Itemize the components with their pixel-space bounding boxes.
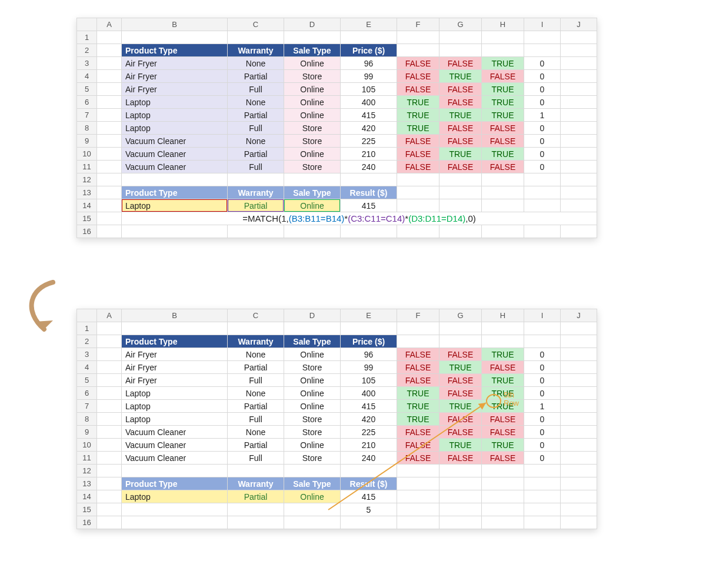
cell-warranty-3[interactable]: None — [228, 348, 284, 361]
cell-C1[interactable] — [228, 322, 284, 335]
cell-G13[interactable] — [439, 186, 482, 199]
cell-H-11[interactable]: FALSE — [482, 452, 524, 465]
cell-product-10[interactable]: Vacuum Cleaner — [122, 439, 228, 452]
cell-J4[interactable] — [561, 70, 597, 83]
cell-F1[interactable] — [397, 322, 439, 335]
row-header-12[interactable]: 12 — [77, 465, 97, 477]
cell-J12[interactable] — [561, 465, 597, 477]
spreadsheet-top[interactable]: ABCDEFGHIJ12Product TypeWarrantySale Typ… — [76, 18, 597, 238]
column-header-E[interactable]: E — [341, 18, 397, 31]
cell-A9[interactable] — [97, 135, 122, 148]
header-product[interactable]: Product Type — [122, 335, 228, 348]
cell-G-10[interactable]: TRUE — [439, 439, 482, 452]
cell-H-5[interactable]: TRUE — [482, 83, 524, 96]
cell-C15[interactable] — [228, 503, 284, 516]
cell-J15[interactable] — [561, 503, 597, 516]
column-header-D[interactable]: D — [284, 18, 341, 31]
cell-J13[interactable] — [561, 186, 597, 199]
cell-H-5[interactable]: TRUE — [482, 374, 524, 387]
cell-G-9[interactable]: FALSE — [439, 135, 482, 148]
cell-H13[interactable] — [482, 186, 524, 199]
cell-B1[interactable] — [122, 322, 228, 335]
cell-product-4[interactable]: Air Fryer — [122, 70, 228, 83]
cell-G16[interactable] — [439, 225, 482, 238]
criteria-warranty[interactable]: Partial — [228, 490, 284, 503]
cell-A11[interactable] — [97, 452, 122, 465]
cell-H1[interactable] — [482, 322, 524, 335]
cell-I-7[interactable]: 1 — [524, 400, 561, 413]
cell-I14[interactable] — [524, 490, 561, 503]
cell-J8[interactable] — [561, 122, 597, 135]
column-header-F[interactable]: F — [397, 18, 439, 31]
cell-J14[interactable] — [561, 199, 597, 212]
cell-product-5[interactable]: Air Fryer — [122, 83, 228, 96]
row-header-10[interactable]: 10 — [77, 148, 97, 161]
cell-G-11[interactable]: FALSE — [439, 452, 482, 465]
cell-F-11[interactable]: FALSE — [397, 161, 439, 173]
cell-A1[interactable] — [97, 31, 122, 44]
cell-I16[interactable] — [524, 516, 561, 529]
header-price[interactable]: Price ($) — [341, 44, 397, 57]
row-header-11[interactable]: 11 — [77, 161, 97, 173]
cell-H-10[interactable]: TRUE — [482, 148, 524, 161]
row-header-14[interactable]: 14 — [77, 199, 97, 212]
cell-F1[interactable] — [397, 31, 439, 44]
cell-J2[interactable] — [561, 335, 597, 348]
row-header-9[interactable]: 9 — [77, 426, 97, 439]
cell-B16[interactable] — [122, 225, 228, 238]
cell-I-6[interactable]: 0 — [524, 96, 561, 109]
cell-product-11[interactable]: Vacuum Cleaner — [122, 161, 228, 173]
cell-F-3[interactable]: FALSE — [397, 57, 439, 70]
cell-sale-9[interactable]: Store — [284, 426, 341, 439]
row-header-5[interactable]: 5 — [77, 83, 97, 96]
cell-price-9[interactable]: 225 — [341, 135, 397, 148]
cell-product-4[interactable]: Air Fryer — [122, 361, 228, 374]
header-warranty[interactable]: Warranty — [228, 335, 284, 348]
cell-sale-3[interactable]: Online — [284, 57, 341, 70]
cell-F-5[interactable]: FALSE — [397, 83, 439, 96]
row-header-1[interactable]: 1 — [77, 322, 97, 335]
cell-G-7[interactable]: TRUE — [439, 109, 482, 122]
cell-warranty-10[interactable]: Partial — [228, 439, 284, 452]
cell-F-11[interactable]: FALSE — [397, 452, 439, 465]
cell-price-9[interactable]: 225 — [341, 426, 397, 439]
cell-I13[interactable] — [524, 477, 561, 490]
cell-J10[interactable] — [561, 148, 597, 161]
cell-F2[interactable] — [397, 335, 439, 348]
cell-A6[interactable] — [97, 96, 122, 109]
result-cell[interactable]: 5 — [341, 503, 397, 516]
cell-product-8[interactable]: Laptop — [122, 413, 228, 426]
cell-C12[interactable] — [228, 173, 284, 186]
cell-product-6[interactable]: Laptop — [122, 387, 228, 400]
cell-A5[interactable] — [97, 374, 122, 387]
cell-A3[interactable] — [97, 57, 122, 70]
cell-G12[interactable] — [439, 173, 482, 186]
cell-I-7[interactable]: 1 — [524, 109, 561, 122]
cell-H-4[interactable]: FALSE — [482, 361, 524, 374]
cell-F13[interactable] — [397, 477, 439, 490]
cell-product-5[interactable]: Air Fryer — [122, 374, 228, 387]
cell-I-4[interactable]: 0 — [524, 361, 561, 374]
row-header-6[interactable]: 6 — [77, 96, 97, 109]
cell-warranty-6[interactable]: None — [228, 387, 284, 400]
cell-price-10[interactable]: 210 — [341, 148, 397, 161]
cell-H14[interactable] — [482, 490, 524, 503]
cell-product-7[interactable]: Laptop — [122, 400, 228, 413]
cell-product-10[interactable]: Vacuum Cleaner — [122, 148, 228, 161]
cell-H2[interactable] — [482, 44, 524, 57]
spreadsheet-bottom[interactable]: ABCDEFGHIJ12Product TypeWarrantySale Typ… — [76, 309, 597, 529]
cell-J11[interactable] — [561, 161, 597, 173]
row-header-4[interactable]: 4 — [77, 70, 97, 83]
cell-I-5[interactable]: 0 — [524, 83, 561, 96]
cell-warranty-4[interactable]: Partial — [228, 361, 284, 374]
cell-B15[interactable] — [122, 503, 228, 516]
row-header-9[interactable]: 9 — [77, 135, 97, 148]
cell-A2[interactable] — [97, 335, 122, 348]
cell-J7[interactable] — [561, 400, 597, 413]
row-header-13[interactable]: 13 — [77, 186, 97, 199]
cell-J1[interactable] — [561, 31, 597, 44]
cell-warranty-10[interactable]: Partial — [228, 148, 284, 161]
cell-warranty-4[interactable]: Partial — [228, 70, 284, 83]
cell-F12[interactable] — [397, 173, 439, 186]
cell-A13[interactable] — [97, 186, 122, 199]
